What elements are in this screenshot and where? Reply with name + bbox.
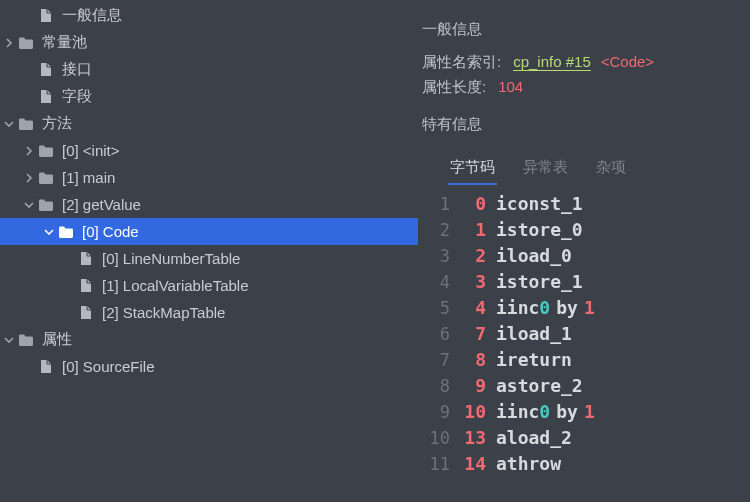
bytecode-opcode: istore_0 bbox=[496, 217, 583, 243]
tree-row[interactable]: 方法 bbox=[0, 110, 418, 137]
tree-row[interactable]: [2] StackMapTable bbox=[0, 299, 418, 326]
line-number: 9 bbox=[418, 399, 460, 425]
attr-len-key: 属性长度: bbox=[422, 78, 486, 97]
file-icon bbox=[38, 359, 54, 375]
bytecode-row: 1114athrow bbox=[418, 451, 750, 477]
tree-row[interactable]: 接口 bbox=[0, 56, 418, 83]
bytecode-arg0: 0 bbox=[539, 399, 550, 425]
line-number: 7 bbox=[418, 347, 460, 373]
attr-name-tag: <Code> bbox=[601, 53, 654, 70]
tree-row[interactable]: [0] <init> bbox=[0, 137, 418, 164]
tree-row[interactable]: 属性 bbox=[0, 326, 418, 353]
folder-icon bbox=[18, 116, 34, 132]
section-general-title: 一般信息 bbox=[422, 20, 750, 39]
tree-row[interactable]: [0] Code bbox=[0, 218, 418, 245]
bytecode-row: 32iload_0 bbox=[418, 243, 750, 269]
bytecode-row: 21istore_0 bbox=[418, 217, 750, 243]
tab[interactable]: 异常表 bbox=[509, 152, 582, 187]
tree-row[interactable]: 字段 bbox=[0, 83, 418, 110]
chevron-right-icon[interactable] bbox=[20, 169, 38, 187]
attr-name-key: 属性名索引: bbox=[422, 53, 501, 72]
bytecode-offset: 9 bbox=[460, 373, 496, 399]
tree-label: [1] LocalVariableTable bbox=[102, 277, 248, 294]
tab[interactable]: 杂项 bbox=[582, 152, 640, 187]
tree-label: 方法 bbox=[42, 114, 72, 133]
bytecode-arg1: 1 bbox=[584, 295, 595, 321]
tabs: 字节码异常表杂项 bbox=[436, 152, 750, 187]
tree-label: [0] LineNumberTable bbox=[102, 250, 240, 267]
chevron-down-icon[interactable] bbox=[20, 196, 38, 214]
bytecode-table: 10iconst_121istore_032iload_043istore_15… bbox=[418, 191, 750, 477]
bytecode-row: 78ireturn bbox=[418, 347, 750, 373]
tree-label: 字段 bbox=[62, 87, 92, 106]
tree-label: 一般信息 bbox=[62, 6, 122, 25]
bytecode-offset: 14 bbox=[460, 451, 496, 477]
bytecode-row: 89astore_2 bbox=[418, 373, 750, 399]
folder-icon bbox=[38, 170, 54, 186]
attr-len-value: 104 bbox=[498, 78, 523, 95]
tree-row[interactable]: [0] SourceFile bbox=[0, 353, 418, 380]
attr-name-link[interactable]: cp_info #15 bbox=[513, 53, 591, 70]
bytecode-row: 54iinc 0by1 bbox=[418, 295, 750, 321]
bytecode-opcode: iload_1 bbox=[496, 321, 572, 347]
tree-row[interactable]: 一般信息 bbox=[0, 2, 418, 29]
tree-row[interactable]: 常量池 bbox=[0, 29, 418, 56]
tree-panel: 一般信息常量池接口字段方法[0] <init>[1] main[2] getVa… bbox=[0, 0, 418, 502]
tree-row[interactable]: [0] LineNumberTable bbox=[0, 245, 418, 272]
tree-row[interactable]: [2] getValue bbox=[0, 191, 418, 218]
chevron-down-icon[interactable] bbox=[0, 331, 18, 349]
bytecode-opcode: athrow bbox=[496, 451, 561, 477]
tree-label: [2] StackMapTable bbox=[102, 304, 225, 321]
bytecode-row: 67iload_1 bbox=[418, 321, 750, 347]
bytecode-arg1: 1 bbox=[584, 399, 595, 425]
tree-row[interactable]: [1] main bbox=[0, 164, 418, 191]
tree-label: [2] getValue bbox=[62, 196, 141, 213]
line-number: 8 bbox=[418, 373, 460, 399]
file-icon bbox=[78, 278, 94, 294]
chevron-right-icon[interactable] bbox=[0, 34, 18, 52]
bytecode-offset: 2 bbox=[460, 243, 496, 269]
line-number: 2 bbox=[418, 217, 460, 243]
file-icon bbox=[78, 251, 94, 267]
folder-icon bbox=[38, 143, 54, 159]
attr-len-row: 属性长度: 104 bbox=[422, 78, 750, 97]
chevron-right-icon[interactable] bbox=[20, 142, 38, 160]
line-number: 6 bbox=[418, 321, 460, 347]
file-icon bbox=[38, 62, 54, 78]
tree-label: [0] <init> bbox=[62, 142, 120, 159]
bytecode-opcode: ireturn bbox=[496, 347, 572, 373]
file-icon bbox=[38, 89, 54, 105]
bytecode-opcode: iinc bbox=[496, 399, 539, 425]
bytecode-row: 1013aload_2 bbox=[418, 425, 750, 451]
line-number: 5 bbox=[418, 295, 460, 321]
bytecode-offset: 13 bbox=[460, 425, 496, 451]
folder-icon bbox=[38, 197, 54, 213]
tree-label: 常量池 bbox=[42, 33, 87, 52]
bytecode-row: 910iinc 0by1 bbox=[418, 399, 750, 425]
chevron-down-icon[interactable] bbox=[40, 223, 58, 241]
tree-label: 属性 bbox=[42, 330, 72, 349]
bytecode-keyword: by bbox=[556, 295, 578, 321]
tab[interactable]: 字节码 bbox=[436, 152, 509, 187]
tree-label: [0] SourceFile bbox=[62, 358, 155, 375]
bytecode-offset: 7 bbox=[460, 321, 496, 347]
line-number: 1 bbox=[418, 191, 460, 217]
bytecode-row: 10iconst_1 bbox=[418, 191, 750, 217]
tree-label: [1] main bbox=[62, 169, 115, 186]
chevron-down-icon[interactable] bbox=[0, 115, 18, 133]
attr-name-row: 属性名索引: cp_info #15 <Code> bbox=[422, 53, 750, 72]
section-specific-title: 特有信息 bbox=[422, 115, 750, 134]
bytecode-opcode: iload_0 bbox=[496, 243, 572, 269]
file-icon bbox=[38, 8, 54, 24]
bytecode-opcode: aload_2 bbox=[496, 425, 572, 451]
bytecode-arg0: 0 bbox=[539, 295, 550, 321]
bytecode-offset: 8 bbox=[460, 347, 496, 373]
bytecode-offset: 4 bbox=[460, 295, 496, 321]
folder-icon bbox=[18, 35, 34, 51]
tree-row[interactable]: [1] LocalVariableTable bbox=[0, 272, 418, 299]
line-number: 11 bbox=[418, 451, 460, 477]
bytecode-opcode: iinc bbox=[496, 295, 539, 321]
tree-label: [0] Code bbox=[82, 223, 139, 240]
bytecode-opcode: astore_2 bbox=[496, 373, 583, 399]
bytecode-opcode: iconst_1 bbox=[496, 191, 583, 217]
